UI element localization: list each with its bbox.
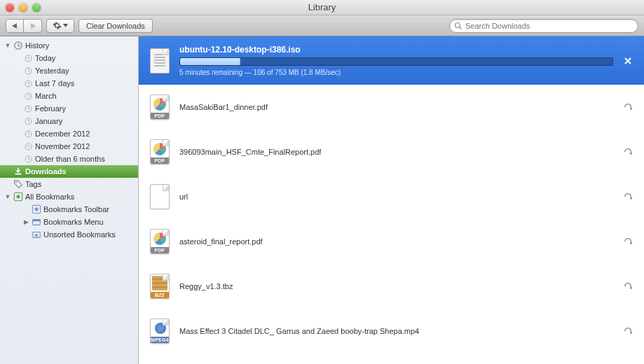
svg-rect-20 (33, 220, 41, 222)
clock-icon (22, 115, 34, 127)
sidebar-item-label: Unsorted Bookmarks (43, 230, 116, 239)
bookmark-folder-icon (31, 204, 42, 215)
sidebar-history-item[interactable]: December 2012 (0, 127, 138, 140)
download-filename: Reggy_v1.3.tbz (179, 282, 613, 290)
file-icon: PDF (149, 93, 171, 121)
sidebar-history[interactable]: ▼ History (0, 39, 138, 52)
sidebar-history-item[interactable]: February (0, 102, 138, 115)
retry-download-button[interactable] (622, 101, 634, 113)
window-title: Library (0, 2, 644, 13)
tags-icon (13, 178, 24, 190)
svg-rect-15 (15, 174, 22, 175)
download-row[interactable]: PDFasteroid_final_report.pdf (139, 219, 644, 264)
file-icon: PDF (149, 138, 171, 166)
disclosure-triangle-icon[interactable]: ▼ (4, 193, 11, 200)
toolbar: Clear Downloads (0, 15, 644, 36)
triangle-left-icon (12, 23, 18, 29)
download-row[interactable]: MPEG4Mass Effect 3 Citadel DLC_ Garrus a… (139, 309, 644, 354)
clock-icon (22, 90, 34, 102)
download-active-row[interactable]: ubuntu-12.10-desktop-i386.iso 5 minutes … (139, 36, 644, 85)
sidebar-tags[interactable]: Tags (0, 178, 138, 190)
clock-icon (22, 78, 34, 89)
download-row[interactable]: BZ2Reggy_v1.3.tbz (139, 264, 644, 309)
retry-download-button[interactable] (622, 235, 634, 248)
download-icon (13, 166, 24, 177)
sidebar-history-item[interactable]: Today (0, 52, 138, 64)
download-filename: ubuntu-12.10-desktop-i386.iso (179, 45, 613, 55)
sidebar-item-label: All Bookmarks (25, 192, 74, 201)
clock-icon (22, 153, 34, 164)
download-filename: url (179, 192, 613, 201)
triangle-right-icon (30, 23, 36, 29)
sidebar-history-item[interactable]: November 2012 (0, 140, 138, 153)
sidebar-item-label: February (35, 104, 66, 113)
clock-icon (22, 103, 34, 114)
svg-marker-2 (63, 24, 68, 27)
search-input[interactable] (465, 22, 633, 30)
reload-icon (623, 326, 633, 336)
reload-icon (623, 147, 633, 157)
download-filename: asteroid_final_report.pdf (179, 237, 613, 246)
forward-button[interactable] (24, 19, 42, 33)
download-filename: MasaSakiBar1_dinner.pdf (179, 103, 613, 111)
sidebar-all-bookmarks[interactable]: ▼ All Bookmarks (0, 190, 138, 203)
search-field[interactable] (449, 19, 638, 33)
reload-icon (623, 192, 633, 202)
sidebar-item-label: Bookmarks Toolbar (43, 205, 109, 214)
sidebar-item-label: Tags (25, 180, 41, 188)
sidebar-item-label: November 2012 (35, 142, 90, 150)
svg-marker-1 (31, 23, 36, 29)
disclosure-triangle-icon[interactable]: ▶ (22, 218, 29, 225)
gear-icon (53, 21, 62, 30)
clear-downloads-button[interactable]: Clear Downloads (78, 19, 153, 33)
bookmark-star-icon (13, 191, 24, 202)
sidebar-item-label: Older than 6 months (35, 155, 105, 163)
file-icon: PDF (149, 227, 171, 255)
sidebar-item-label: Last 7 days (35, 79, 74, 88)
clock-icon (22, 52, 34, 64)
download-status: 5 minutes remaining — 106 of 753 MB (1.8… (179, 69, 613, 76)
sidebar-history-item[interactable]: January (0, 115, 138, 127)
download-row[interactable]: PDFMasaSakiBar1_dinner.pdf (139, 85, 644, 130)
reload-icon (623, 102, 633, 112)
titlebar: Library (0, 0, 644, 15)
sidebar-downloads[interactable]: Downloads (0, 165, 138, 178)
history-icon (13, 40, 24, 51)
sidebar-history-item[interactable]: March (0, 90, 138, 102)
bookmark-folder-icon (31, 216, 42, 227)
search-icon (454, 22, 463, 30)
sidebar-item-label: Downloads (25, 167, 67, 176)
sidebar-item-label: Yesterday (35, 66, 69, 75)
download-filename: 396093main_HSF_Cmte_FinalReport.pdf (179, 148, 613, 156)
file-icon: MPEG4 (149, 317, 171, 345)
action-menu-button[interactable] (46, 19, 74, 33)
reload-icon (623, 237, 633, 246)
retry-download-button[interactable] (622, 146, 634, 158)
file-icon (149, 183, 171, 211)
retry-download-button[interactable] (622, 190, 634, 203)
sidebar-history-item[interactable]: Yesterday (0, 64, 138, 77)
disclosure-triangle-icon[interactable]: ▼ (4, 42, 11, 49)
sidebar-bookmarks-item[interactable]: ▶Bookmarks Menu (0, 216, 138, 228)
sidebar-history-item[interactable]: Last 7 days (0, 77, 138, 90)
retry-download-button[interactable] (622, 325, 634, 337)
download-row[interactable]: PDF396093main_HSF_Cmte_FinalReport.pdf (139, 130, 644, 174)
clock-icon (22, 65, 34, 76)
download-row[interactable]: url (139, 174, 644, 219)
svg-line-4 (460, 27, 462, 29)
clock-icon (22, 128, 34, 139)
sidebar-bookmarks-item[interactable]: Unsorted Bookmarks (0, 228, 138, 241)
back-button[interactable] (6, 19, 24, 33)
clock-icon (22, 141, 34, 152)
chevron-down-icon (63, 24, 68, 27)
sidebar-bookmarks-item[interactable]: Bookmarks Toolbar (0, 203, 138, 216)
cancel-download-button[interactable] (622, 55, 634, 67)
sidebar-history-item[interactable]: Older than 6 months (0, 153, 138, 165)
sidebar-item-label: March (35, 92, 57, 100)
progress-bar (179, 57, 613, 66)
downloads-list: ubuntu-12.10-desktop-i386.iso 5 minutes … (139, 36, 644, 364)
svg-point-3 (455, 22, 460, 27)
reload-icon (623, 281, 633, 291)
sidebar-item-label: Today (35, 54, 55, 62)
retry-download-button[interactable] (622, 280, 634, 293)
